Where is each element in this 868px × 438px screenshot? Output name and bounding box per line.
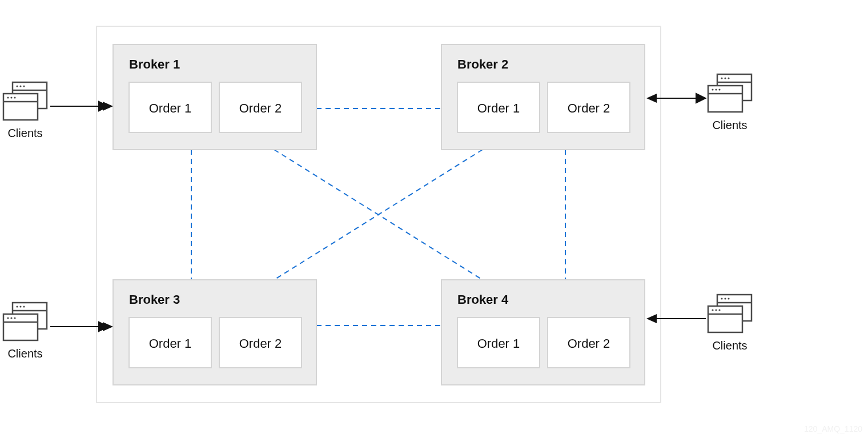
svg-point-25 bbox=[19, 306, 21, 307]
broker-2-title: Broker 2 bbox=[457, 57, 508, 71]
broker-1-title: Broker 1 bbox=[129, 57, 180, 71]
broker-4: Broker 4 Order 1 Order 2 bbox=[441, 280, 645, 385]
svg-point-34 bbox=[721, 77, 722, 79]
svg-point-40 bbox=[715, 89, 717, 90]
broker-1-order-2: Order 2 bbox=[239, 101, 282, 115]
svg-point-26 bbox=[23, 306, 25, 307]
arrow-bl-head bbox=[103, 322, 113, 331]
svg-point-41 bbox=[718, 89, 720, 90]
broker-4-title: Broker 4 bbox=[457, 292, 509, 307]
clients-label-tr: Clients bbox=[712, 119, 747, 131]
broker-1: Broker 1 Order 1 Order 2 bbox=[113, 45, 316, 150]
svg-point-54 bbox=[718, 309, 720, 311]
clients-label-tl: Clients bbox=[7, 127, 42, 139]
svg-point-19 bbox=[7, 97, 9, 98]
svg-point-24 bbox=[16, 306, 18, 307]
svg-point-39 bbox=[712, 89, 713, 90]
svg-point-35 bbox=[724, 77, 726, 79]
clients-icon-top-right: Clients bbox=[708, 74, 752, 131]
broker-2: Broker 2 Order 1 Order 2 bbox=[441, 45, 645, 150]
broker-3: Broker 3 Order 1 Order 2 bbox=[113, 280, 316, 385]
broker-4-order-1: Order 1 bbox=[477, 336, 520, 351]
clients-icon-bottom-right: Clients bbox=[708, 295, 752, 352]
svg-point-21 bbox=[14, 97, 15, 98]
svg-point-49 bbox=[728, 298, 729, 299]
svg-point-14 bbox=[16, 85, 18, 87]
broker-3-title: Broker 3 bbox=[129, 292, 180, 307]
broker-1-order-1: Order 1 bbox=[149, 101, 192, 115]
broker-4-order-2: Order 2 bbox=[568, 336, 610, 351]
svg-point-16 bbox=[23, 85, 25, 87]
svg-point-48 bbox=[724, 298, 726, 299]
broker-3-order-2: Order 2 bbox=[239, 336, 282, 351]
svg-point-52 bbox=[712, 309, 713, 311]
svg-point-47 bbox=[721, 298, 722, 299]
svg-point-36 bbox=[728, 77, 729, 79]
svg-point-31 bbox=[14, 317, 15, 319]
footer-code: 120_AMQ_1120 bbox=[804, 424, 862, 433]
svg-point-29 bbox=[7, 317, 9, 319]
arrow-tl-head bbox=[103, 102, 113, 111]
clients-label-br: Clients bbox=[712, 339, 747, 352]
arrow-tr-head bbox=[646, 94, 657, 103]
clients-icon-bottom-left: Clients bbox=[3, 303, 47, 360]
svg-point-30 bbox=[10, 317, 12, 319]
svg-point-53 bbox=[715, 309, 717, 311]
arrow-br-head bbox=[646, 314, 657, 323]
broker-2-order-2: Order 2 bbox=[568, 101, 610, 115]
broker-2-order-1: Order 1 bbox=[477, 101, 520, 115]
clients-icon-top-left: Clients bbox=[3, 82, 47, 139]
svg-point-15 bbox=[19, 85, 21, 87]
broker-3-order-1: Order 1 bbox=[149, 336, 192, 351]
clients-label-bl: Clients bbox=[7, 347, 42, 360]
svg-point-20 bbox=[10, 97, 12, 98]
